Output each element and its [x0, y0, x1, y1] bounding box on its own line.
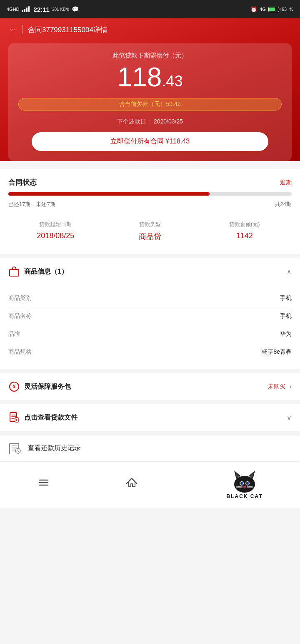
product-info-section: 商品信息（1） ∧ 商品类别 手机 商品名称 手机 品牌 华为 商品规格 畅享8… [0, 258, 300, 369]
clock-icon: ⏰ [250, 6, 257, 13]
product-section-title: 商品信息（1） [24, 267, 68, 276]
speed-display: 201 KB/s [52, 7, 69, 12]
history-icon [8, 441, 22, 455]
svg-point-28 [243, 486, 246, 488]
product-row-name: 商品名称 手机 [8, 307, 292, 325]
black-cat-text: BLACK CAT [227, 493, 263, 499]
product-category-value: 手机 [280, 294, 292, 302]
page-title: 合同3779931155004详情 [28, 25, 108, 35]
loan-file-title: 点击查看贷款文件 [24, 413, 78, 422]
flex-service-right: 未购买 › [268, 383, 292, 390]
battery-percent: 63 [282, 7, 287, 12]
product-bag-icon [8, 266, 20, 277]
product-row-brand: 品牌 华为 [8, 325, 292, 343]
contract-status-title: 合同状态 [8, 178, 37, 187]
product-brand-label: 品牌 [8, 330, 20, 338]
loan-subtitle: 此笔贷款下期需偿付（元） [18, 52, 282, 60]
progress-bar-outer [8, 192, 292, 196]
svg-text:¥: ¥ [13, 384, 16, 390]
black-cat-nav[interactable]: BLACK CAT [213, 466, 263, 499]
loan-file-left: 点击查看贷款文件 [8, 412, 78, 423]
content: 合同状态 逾期 已还17期，未还7期 共24期 贷款起始日期 2018/08/2… [0, 169, 300, 508]
status-left: 4GHD 22:11 201 KB/s 💬 [7, 6, 79, 13]
flex-service-title: 灵活保障服务包 [24, 382, 71, 391]
service-icon: ¥ [8, 381, 20, 392]
chevron-right-icon: › [290, 383, 292, 390]
amount-label: 贷款金额(元) [197, 221, 292, 228]
nav-home[interactable] [125, 476, 138, 489]
product-section-header[interactable]: 商品信息（1） ∧ [0, 258, 300, 285]
start-date-label: 贷款起始日期 [8, 221, 103, 228]
contract-status-header: 合同状态 逾期 [8, 178, 292, 187]
history-text: 查看还款历史记录 [28, 444, 81, 453]
black-cat-icon [230, 468, 259, 493]
next-repayment: 下个还款日： 2020/03/25 [18, 118, 282, 126]
progress-text: 已还17期，未还7期 共24期 [8, 201, 292, 208]
loan-amount: 118.43 [18, 64, 282, 91]
loan-file-section[interactable]: 点击查看贷款文件 ∨ [0, 404, 300, 431]
loan-details-row: 贷款起始日期 2018/08/25 贷款类型 商品贷 贷款金额(元) 1142 [8, 216, 292, 246]
product-category-label: 商品类别 [8, 294, 32, 302]
bottom-bar[interactable]: 查看还款历史记录 [0, 435, 300, 461]
amount-value: 1142 [197, 231, 292, 240]
chevron-up-icon: ∧ [287, 268, 292, 276]
svg-point-17 [234, 476, 255, 493]
progress-bar-inner [8, 192, 210, 196]
product-spec-label: 商品规格 [8, 348, 32, 356]
time-display: 22:11 [34, 6, 50, 13]
svg-point-26 [241, 482, 242, 484]
product-name-label: 商品名称 [8, 312, 32, 320]
product-spec-value: 畅享8e青春 [262, 348, 292, 356]
loan-info-card: 此笔贷款下期需偿付（元） 118.43 含当前欠款（元）59.42 下个还款日：… [8, 43, 292, 161]
type-label: 贷款类型 [103, 221, 198, 228]
nav-bar: BLACK CAT [0, 461, 300, 508]
contract-status-section: 合同状态 逾期 已还17期，未还7期 共24期 贷款起始日期 2018/08/2… [0, 169, 300, 254]
progress-paid: 已还17期，未还7期 [8, 201, 55, 208]
header-top: ← 合同3779931155004详情 [8, 24, 292, 35]
overdue-tag: 逾期 [280, 179, 292, 186]
loan-amount-whole: 118.43 [118, 62, 183, 92]
signal-icon [22, 6, 30, 12]
start-date-value: 2018/08/25 [8, 231, 103, 240]
battery-fill [269, 8, 275, 11]
flex-service-left: ¥ 灵活保障服务包 [8, 381, 71, 392]
repay-button[interactable]: 立即偿付所有合同 ¥118.43 [32, 132, 269, 151]
status-right: ⏰ 4G 63% [250, 6, 293, 13]
flex-service-section[interactable]: ¥ 灵活保障服务包 未购买 › [0, 373, 300, 400]
overdue-badge: 含当前欠款（元）59.42 [18, 98, 282, 111]
not-purchased-label: 未购买 [268, 383, 285, 390]
type-value: 商品贷 [103, 231, 198, 242]
back-button[interactable]: ← [8, 24, 18, 35]
product-section-left: 商品信息（1） [8, 266, 68, 277]
file-icon [8, 412, 20, 423]
product-info-list: 商品类别 手机 商品名称 手机 品牌 华为 商品规格 畅享8e青春 [0, 285, 300, 369]
carrier-label: 4GHD [7, 7, 20, 12]
network-4g: 4G [260, 7, 266, 12]
product-name-value: 手机 [280, 312, 292, 320]
loan-amount-detail: 贷款金额(元) 1142 [197, 221, 292, 242]
nav-menu[interactable] [37, 476, 50, 489]
svg-point-27 [247, 482, 248, 484]
product-row-category: 商品类别 手机 [8, 289, 292, 307]
product-row-spec: 商品规格 畅享8e青春 [8, 343, 292, 361]
loan-type: 贷款类型 商品贷 [103, 221, 198, 242]
chevron-down-icon: ∨ [287, 414, 292, 422]
battery-icon [268, 7, 279, 12]
wechat-icon: 💬 [72, 6, 79, 13]
svg-rect-0 [10, 269, 19, 276]
progress-total: 共24期 [275, 201, 292, 208]
header-divider [22, 25, 23, 34]
header: ← 合同3779931155004详情 此笔贷款下期需偿付（元） 118.43 … [0, 18, 300, 161]
product-brand-value: 华为 [280, 330, 292, 338]
loan-start-date: 贷款起始日期 2018/08/25 [8, 221, 103, 242]
status-bar: 4GHD 22:11 201 KB/s 💬 ⏰ 4G 63% [0, 0, 300, 18]
